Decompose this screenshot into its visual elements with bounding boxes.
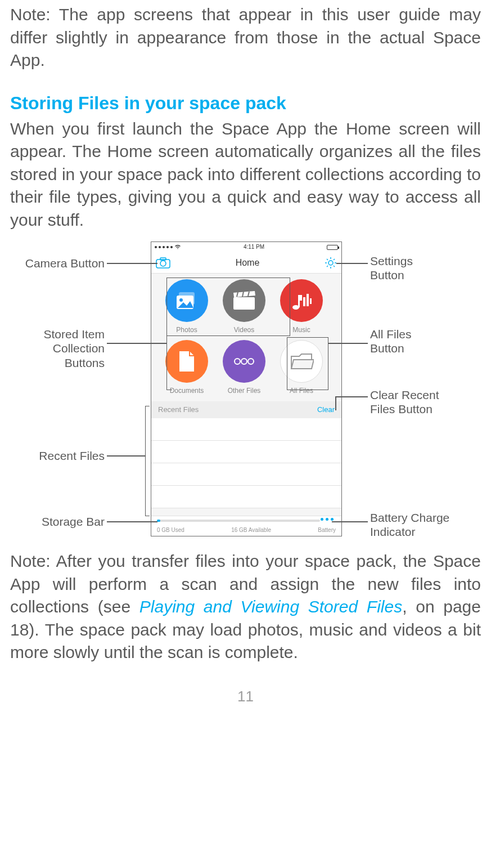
all-files-tile[interactable]: All Files	[276, 340, 327, 395]
callout-camera-button: Camera Button	[10, 256, 105, 270]
svg-point-27	[248, 359, 254, 364]
videos-icon	[223, 279, 265, 322]
status-bar: 4:11 PM	[151, 242, 341, 252]
svg-point-26	[241, 359, 247, 364]
nav-bar: Home	[151, 252, 341, 274]
svg-rect-24	[310, 298, 312, 304]
list-item	[151, 463, 341, 486]
svg-point-3	[328, 261, 333, 265]
list-item	[151, 418, 341, 441]
svg-point-14	[179, 298, 183, 302]
storage-used: 0 GB Used	[157, 526, 184, 534]
other-files-tile[interactable]: Other Files	[219, 340, 269, 395]
callout-clear-recent: Clear RecentFiles Button	[370, 388, 439, 416]
svg-point-25	[235, 359, 240, 364]
battery-indicator	[321, 518, 334, 521]
collection-grid: Photos Videos Music	[151, 274, 341, 401]
camera-icon[interactable]	[156, 257, 170, 269]
svg-line-11	[334, 259, 335, 260]
callout-stored-items: Stored Item Collection Buttons	[10, 327, 105, 370]
svg-rect-21	[300, 295, 302, 301]
svg-line-9	[334, 266, 335, 267]
list-item	[151, 486, 341, 508]
gear-icon[interactable]	[325, 257, 337, 269]
battery-icon	[327, 245, 338, 250]
storage-available: 16 GB Available	[231, 526, 271, 534]
callout-battery-indicator: Battery ChargeIndicator	[370, 511, 449, 539]
list-item	[151, 441, 341, 463]
music-icon	[280, 279, 323, 322]
recent-files-header: Recent Files Clear	[151, 401, 341, 418]
clear-button[interactable]: Clear	[317, 405, 335, 415]
status-time: 4:11 PM	[244, 243, 264, 251]
link-playing-viewing[interactable]: Playing and Viewing Stored Files	[139, 597, 402, 616]
labeled-diagram: 4:11 PM Home Photos	[10, 241, 481, 540]
svg-rect-23	[307, 294, 309, 306]
callout-storage-bar: Storage Bar	[10, 514, 105, 529]
svg-point-2	[160, 261, 166, 266]
callout-settings-button: SettingsButton	[370, 254, 413, 282]
music-tile[interactable]: Music	[276, 279, 327, 334]
footer-bar: 0 GB Used 16 GB Available Battery	[151, 516, 341, 536]
videos-tile[interactable]: Videos	[219, 279, 269, 334]
svg-line-10	[327, 266, 328, 267]
recent-files-list	[151, 418, 341, 508]
storage-bar	[157, 520, 320, 522]
nav-title: Home	[236, 257, 260, 269]
phone-screenshot: 4:11 PM Home Photos	[151, 241, 342, 536]
recent-files-label: Recent Files	[158, 405, 199, 415]
svg-rect-22	[303, 297, 305, 306]
svg-rect-20	[298, 295, 300, 307]
svg-line-8	[327, 259, 328, 260]
section-heading: Storing Files in your space pack	[10, 91, 481, 115]
svg-rect-15	[233, 297, 255, 310]
note-after-transfer: Note: After you transfer files into your…	[10, 550, 481, 664]
note-disclaimer: Note: The app screens that appear in thi…	[10, 3, 481, 72]
battery-label: Battery	[318, 526, 336, 534]
section-paragraph: When you first launch the Space App the …	[10, 118, 481, 232]
folder-icon	[280, 340, 323, 383]
page-number: 11	[10, 687, 481, 706]
wifi-icon	[174, 243, 181, 252]
callout-recent-files: Recent Files	[10, 449, 105, 463]
other-icon	[223, 340, 265, 383]
svg-rect-1	[160, 258, 166, 260]
callout-all-files-button: All FilesButton	[370, 327, 412, 355]
